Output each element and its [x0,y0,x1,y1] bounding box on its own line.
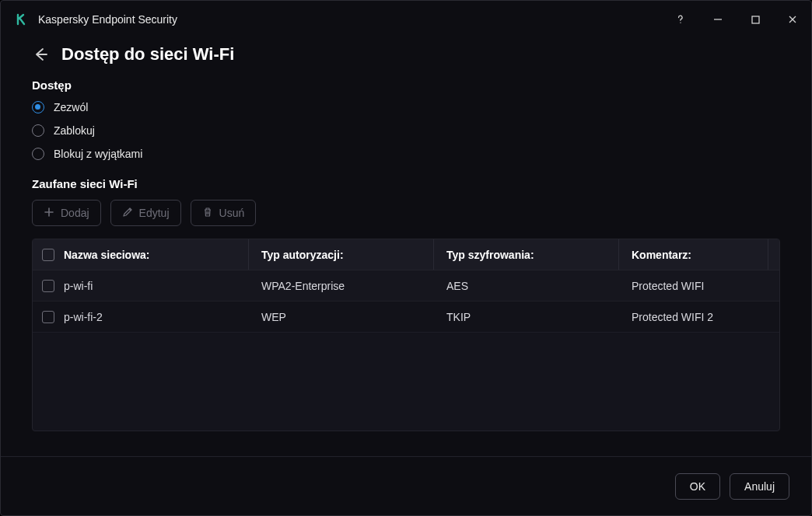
cell-enc: AES [434,270,619,301]
trash-icon [202,207,213,220]
checkbox-icon [42,311,54,323]
column-header-enc[interactable]: Typ szyfrowania: [434,239,619,270]
access-section-label: Dostęp [32,78,780,92]
pencil-icon [122,207,133,220]
table-row[interactable]: p-wi-fi-2 WEP TKIP Protected WIFI 2 [33,302,779,333]
radio-allow[interactable]: Zezwól [32,101,780,113]
radio-icon [32,101,44,113]
maximize-button[interactable] [746,10,765,29]
trusted-table: Nazwa sieciowa: Typ autoryzacji: Typ szy… [32,239,780,431]
dialog-footer: OK Anuluj [1,456,811,515]
cell-name: p-wi-fi-2 [64,302,249,332]
help-button[interactable] [671,10,690,29]
edit-button-label: Edytuj [139,207,170,219]
close-button[interactable] [783,10,802,29]
delete-button-label: Usuń [219,207,245,219]
row-checkbox-cell[interactable] [33,311,64,323]
radio-icon [32,148,44,160]
trusted-section-label: Zaufane sieci Wi-Fi [32,177,780,190]
ok-button[interactable]: OK [675,473,720,500]
back-button[interactable] [32,46,49,63]
column-header-name[interactable]: Nazwa sieciowa: [64,239,249,270]
app-title: Kaspersky Endpoint Security [38,13,662,26]
cancel-button[interactable]: Anuluj [730,473,789,500]
content-area: Dostęp do sieci Wi-Fi Dostęp Zezwól Zabl… [1,38,811,456]
add-button[interactable]: Dodaj [32,200,101,226]
table-body: p-wi-fi WPA2-Enterprise AES Protected WI… [33,270,779,333]
delete-button[interactable]: Usuń [191,200,257,226]
trusted-toolbar: Dodaj Edytuj Usuń [32,200,780,226]
add-button-label: Dodaj [61,207,89,219]
plus-icon [44,207,54,220]
minimize-button[interactable] [709,10,727,29]
column-header-comment[interactable]: Komentarz: [619,239,768,270]
cell-enc: TKIP [434,302,619,332]
radio-label-allow: Zezwól [54,101,88,113]
page-header: Dostęp do sieci Wi-Fi [32,44,780,64]
radio-block[interactable]: Zablokuj [32,124,780,137]
cell-name: p-wi-fi [64,270,249,301]
cell-comment: Protected WIFI 2 [619,302,768,332]
row-checkbox-cell[interactable] [33,280,64,292]
radio-label-block-except: Blokuj z wyjątkami [54,148,142,160]
cell-auth: WPA2-Enterprise [249,270,434,301]
header-checkbox-cell[interactable] [33,249,64,261]
column-header-auth[interactable]: Typ autoryzacji: [249,239,434,270]
cell-auth: WEP [249,302,434,332]
checkbox-icon [42,249,54,261]
app-window: Kaspersky Endpoint Security Dostęp do si… [0,0,812,516]
table-header: Nazwa sieciowa: Typ autoryzacji: Typ szy… [33,239,779,270]
radio-block-except[interactable]: Blokuj z wyjątkami [32,148,780,160]
checkbox-icon [42,280,54,292]
page-title: Dostęp do sieci Wi-Fi [61,44,234,64]
edit-button[interactable]: Edytuj [110,200,181,226]
svg-rect-1 [752,16,759,23]
radio-icon [32,124,44,137]
window-controls [671,10,802,29]
titlebar: Kaspersky Endpoint Security [1,1,811,38]
cell-comment: Protected WIFI [619,270,768,301]
access-radio-group: Zezwól Zablokuj Blokuj z wyjątkami [32,101,780,160]
app-logo-icon [15,12,29,26]
radio-label-block: Zablokuj [54,124,95,137]
table-row[interactable]: p-wi-fi WPA2-Enterprise AES Protected WI… [33,270,779,302]
